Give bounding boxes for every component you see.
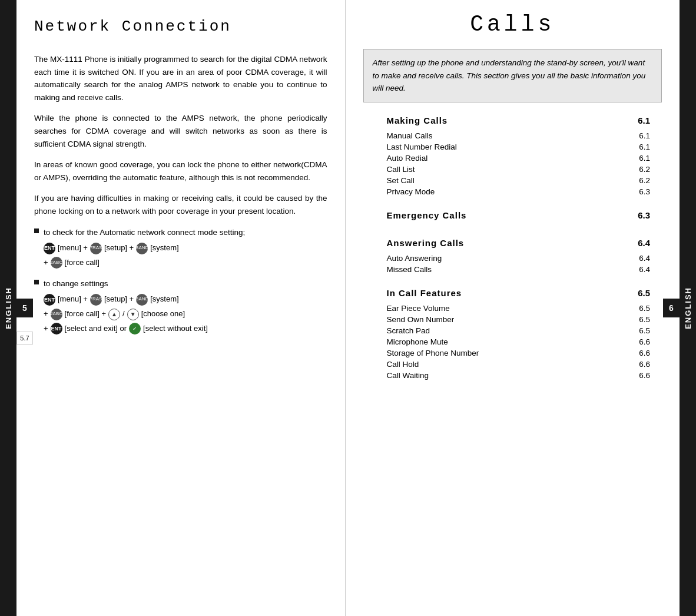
nav-down-icon: ▼ bbox=[127, 309, 139, 320]
toc-item-microphone-mute: Microphone Mute 6.6 bbox=[387, 336, 651, 347]
bullet-2-line-2: + 2ABC [force call] + ▲ / ▼ [choose one] bbox=[44, 308, 327, 320]
call-waiting-num: 6.6 bbox=[632, 371, 650, 380]
scratch-pad-label: Scratch Pad bbox=[387, 326, 430, 335]
storage-of-phone-number-num: 6.6 bbox=[632, 349, 650, 357]
bullet-1-line-1: ENT [menu] + 7RAS [setup] + BAND [system… bbox=[44, 242, 327, 254]
toc-item-ear-piece-volume: Ear Piece Volume 6.5 bbox=[387, 303, 651, 314]
auto-answering-num: 6.4 bbox=[632, 254, 650, 263]
system-key-icon: BAND bbox=[136, 243, 148, 254]
right-page-title: Calls bbox=[363, 12, 662, 37]
left-page-title: Network Connection bbox=[34, 18, 327, 35]
set-call-num: 6.2 bbox=[632, 176, 650, 185]
send-own-number-num: 6.5 bbox=[632, 315, 650, 324]
bullet-1-line-2: + 2ABC [force call] bbox=[44, 257, 327, 269]
bullet-section-1: to check for the Automatic network conne… bbox=[34, 226, 327, 269]
right-english-label: ENGLISH bbox=[684, 287, 692, 329]
manual-calls-num: 6.1 bbox=[632, 131, 650, 140]
toc-item-scratch-pad: Scratch Pad 6.5 bbox=[387, 325, 651, 336]
bullet-2-line-3: + ENT [select and exit] or ✓ [select wit… bbox=[44, 323, 327, 335]
paragraph-3: In areas of known good coverage, you can… bbox=[34, 158, 327, 184]
in-call-features-label: In Call Features bbox=[387, 288, 462, 298]
auto-redial-label: Auto Redial bbox=[387, 154, 428, 163]
right-page: 6 Calls After setting up the phone and u… bbox=[346, 0, 680, 616]
toc-item-auto-redial: Auto Redial 6.1 bbox=[387, 153, 651, 164]
toc-heading-making-calls: Making Calls 6.1 bbox=[387, 114, 651, 130]
call-hold-label: Call Hold bbox=[387, 360, 419, 369]
call-list-label: Call List bbox=[387, 165, 415, 174]
system-label: [system] bbox=[150, 242, 178, 254]
toc-item-set-call: Set Call 6.2 bbox=[387, 175, 651, 186]
dots bbox=[450, 123, 630, 124]
left-page-body: The MX-1111 Phone is initially programme… bbox=[34, 53, 327, 335]
toc-item-manual-calls: Manual Calls 6.1 bbox=[387, 130, 651, 141]
bullet-square-1 bbox=[34, 228, 39, 233]
emergency-calls-label: Emergency Calls bbox=[387, 210, 467, 220]
privacy-mode-num: 6.3 bbox=[632, 187, 650, 196]
toc-container: Making Calls 6.1 Manual Calls 6.1 Last N… bbox=[363, 114, 662, 381]
setup-key-icon-2: 7RAS bbox=[90, 294, 102, 306]
emergency-calls-num: 6.3 bbox=[632, 210, 650, 220]
in-call-features-num: 6.5 bbox=[632, 288, 650, 298]
last-number-redial-num: 6.1 bbox=[632, 143, 650, 151]
auto-redial-num: 6.1 bbox=[632, 154, 650, 163]
toc-section-in-call-features: In Call Features 6.5 Ear Piece Volume 6.… bbox=[387, 287, 651, 381]
call-hold-num: 6.6 bbox=[632, 360, 650, 369]
toc-section-answering-calls: Answering Calls 6.4 Auto Answering 6.4 M… bbox=[387, 237, 651, 275]
enter-key-icon: ENT bbox=[44, 243, 55, 254]
microphone-mute-num: 6.6 bbox=[632, 337, 650, 346]
storage-of-phone-number-label: Storage of Phone Number bbox=[387, 349, 479, 357]
set-call-label: Set Call bbox=[387, 176, 415, 185]
toc-item-call-waiting: Call Waiting 6.6 bbox=[387, 370, 651, 381]
bullet-2-line-1: ENT [menu] + 7RAS [setup] + BAND [system… bbox=[44, 293, 327, 306]
forcecall-key-icon-2: 2ABC bbox=[51, 309, 62, 320]
system-key-icon-2: BAND bbox=[136, 294, 148, 306]
missed-calls-label: Missed Calls bbox=[387, 265, 432, 274]
making-calls-num: 6.1 bbox=[632, 115, 650, 125]
toc-item-call-list: Call List 6.2 bbox=[387, 164, 651, 175]
left-english-label: ENGLISH bbox=[4, 287, 13, 329]
answering-calls-label: Answering Calls bbox=[387, 238, 465, 248]
manual-calls-label: Manual Calls bbox=[387, 131, 433, 140]
forcecall-key-icon: 2ABC bbox=[51, 257, 62, 269]
bullet-text-1: to check for the Automatic network conne… bbox=[44, 226, 327, 239]
toc-item-last-number-redial: Last Number Redial 6.1 bbox=[387, 141, 651, 153]
bullet-square-2 bbox=[34, 280, 39, 284]
send-own-number-label: Send Own Number bbox=[387, 315, 455, 324]
toc-item-send-own-number: Send Own Number 6.5 bbox=[387, 314, 651, 325]
paragraph-2: While the phone is connected to the AMPS… bbox=[34, 112, 327, 150]
right-english-tab: ENGLISH bbox=[680, 0, 696, 616]
bullet-section-2: to change settings ENT [menu] + 7RAS [se… bbox=[34, 277, 327, 335]
enter-key-icon-2: ENT bbox=[44, 294, 55, 306]
toc-heading-emergency-calls: Emergency Calls 6.3 bbox=[387, 209, 651, 225]
bullet-text-2: to change settings bbox=[44, 277, 327, 290]
ear-piece-volume-num: 6.5 bbox=[632, 304, 650, 313]
toc-item-missed-calls: Missed Calls 6.4 bbox=[387, 264, 651, 275]
auto-answering-label: Auto Answering bbox=[387, 254, 442, 263]
toc-heading-in-call-features: In Call Features 6.5 bbox=[387, 287, 651, 303]
ear-piece-volume-label: Ear Piece Volume bbox=[387, 304, 450, 313]
page-number-right: 6 bbox=[663, 299, 680, 317]
call-waiting-label: Call Waiting bbox=[387, 371, 429, 380]
toc-item-call-hold: Call Hold 6.6 bbox=[387, 359, 651, 370]
section-number-left: 5.7 bbox=[16, 332, 33, 345]
enter-key-icon-3: ENT bbox=[51, 323, 62, 335]
menu-label: [menu] + bbox=[58, 242, 88, 254]
missed-calls-num: 6.4 bbox=[632, 265, 650, 274]
nav-up-icon: ▲ bbox=[108, 309, 120, 320]
page-number-left: 5 bbox=[16, 299, 33, 317]
intro-text: After setting up the phone and understan… bbox=[373, 58, 646, 92]
answering-calls-num: 6.4 bbox=[632, 238, 650, 248]
toc-section-making-calls: Making Calls 6.1 Manual Calls 6.1 Last N… bbox=[387, 114, 651, 197]
toc-section-emergency-calls: Emergency Calls 6.3 bbox=[387, 209, 651, 225]
last-number-redial-label: Last Number Redial bbox=[387, 143, 457, 151]
exit-key-icon: ✓ bbox=[129, 323, 141, 335]
setup-label: [setup] + bbox=[104, 242, 134, 254]
toc-item-storage-of-phone-number: Storage of Phone Number 6.6 bbox=[387, 347, 651, 359]
microphone-mute-label: Microphone Mute bbox=[387, 337, 448, 346]
intro-box: After setting up the phone and understan… bbox=[363, 49, 662, 102]
privacy-mode-label: Privacy Mode bbox=[387, 187, 435, 196]
making-calls-label: Making Calls bbox=[387, 115, 448, 125]
paragraph-1: The MX-1111 Phone is initially programme… bbox=[34, 53, 327, 104]
paragraph-4: If you are having difficulties in making… bbox=[34, 192, 327, 217]
toc-item-auto-answering: Auto Answering 6.4 bbox=[387, 253, 651, 264]
